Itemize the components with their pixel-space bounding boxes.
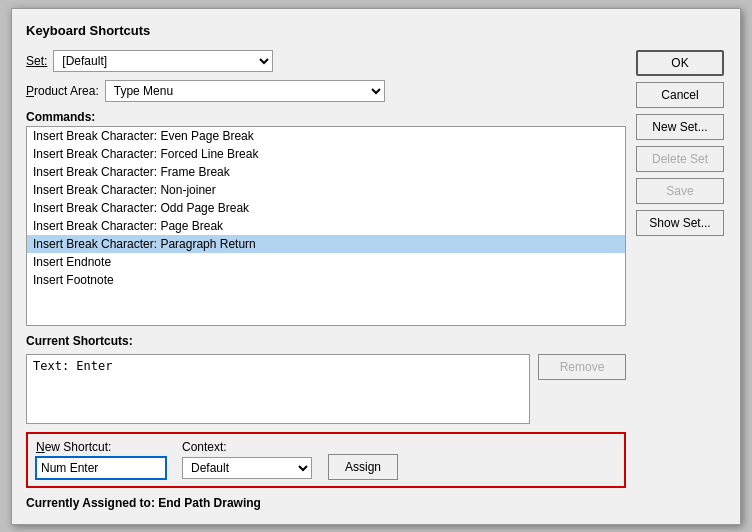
currently-assigned-text: Currently Assigned to: End Path Drawing: [26, 496, 626, 510]
right-panel: OK Cancel New Set... Delete Set Save Sho…: [636, 50, 726, 510]
set-row: Set: [Default]: [26, 50, 626, 72]
cancel-button[interactable]: Cancel: [636, 82, 724, 108]
command-item[interactable]: Insert Footnote: [27, 271, 625, 289]
current-shortcuts-textarea[interactable]: Text: Enter: [26, 354, 530, 424]
set-select[interactable]: [Default]: [53, 50, 273, 72]
assign-button[interactable]: Assign: [328, 454, 398, 480]
new-shortcut-row: New Shortcut: Context: Default Text Tabl…: [36, 440, 616, 480]
show-set-button[interactable]: Show Set...: [636, 210, 724, 236]
product-area-row: Product Area: Type Menu: [26, 80, 626, 102]
command-item[interactable]: Insert Break Character: Page Break: [27, 217, 625, 235]
delete-set-button[interactable]: Delete Set: [636, 146, 724, 172]
set-label: Set:: [26, 54, 47, 68]
new-shortcut-col: New Shortcut:: [36, 440, 166, 479]
command-item[interactable]: Insert Break Character: Odd Page Break: [27, 199, 625, 217]
commands-label: Commands:: [26, 110, 626, 124]
remove-button[interactable]: Remove: [538, 354, 626, 380]
shortcuts-area-row: Text: Enter Remove: [26, 354, 626, 424]
new-shortcut-section: New Shortcut: Context: Default Text Tabl…: [26, 432, 626, 488]
product-area-label: Product Area:: [26, 84, 99, 98]
context-select[interactable]: Default Text Table: [182, 457, 312, 479]
context-label: Context:: [182, 440, 312, 454]
command-item-selected[interactable]: Insert Break Character: Paragraph Return: [27, 235, 625, 253]
command-item[interactable]: Insert Break Character: Forced Line Brea…: [27, 145, 625, 163]
remove-btn-container: Remove: [538, 354, 626, 380]
commands-list: Insert Break Character: Even Page Break …: [27, 127, 625, 289]
dialog-title: Keyboard Shortcuts: [26, 23, 726, 38]
current-shortcuts-label: Current Shortcuts:: [26, 334, 626, 348]
product-area-select[interactable]: Type Menu: [105, 80, 385, 102]
commands-section: Commands: Insert Break Character: Even P…: [26, 110, 626, 326]
current-shortcuts-section: Current Shortcuts: Text: Enter Remove: [26, 334, 626, 424]
command-item[interactable]: Insert Break Character: Non-joiner: [27, 181, 625, 199]
context-col: Context: Default Text Table: [182, 440, 312, 479]
new-shortcut-input[interactable]: [36, 457, 166, 479]
new-shortcut-label: New Shortcut:: [36, 440, 166, 454]
ok-button[interactable]: OK: [636, 50, 724, 76]
command-item[interactable]: Insert Break Character: Even Page Break: [27, 127, 625, 145]
new-set-button[interactable]: New Set...: [636, 114, 724, 140]
command-item[interactable]: Insert Endnote: [27, 253, 625, 271]
commands-list-container[interactable]: Insert Break Character: Even Page Break …: [26, 126, 626, 326]
keyboard-shortcuts-dialog: Keyboard Shortcuts Set: [Default] Produc…: [11, 8, 741, 525]
save-button[interactable]: Save: [636, 178, 724, 204]
command-item[interactable]: Insert Break Character: Frame Break: [27, 163, 625, 181]
